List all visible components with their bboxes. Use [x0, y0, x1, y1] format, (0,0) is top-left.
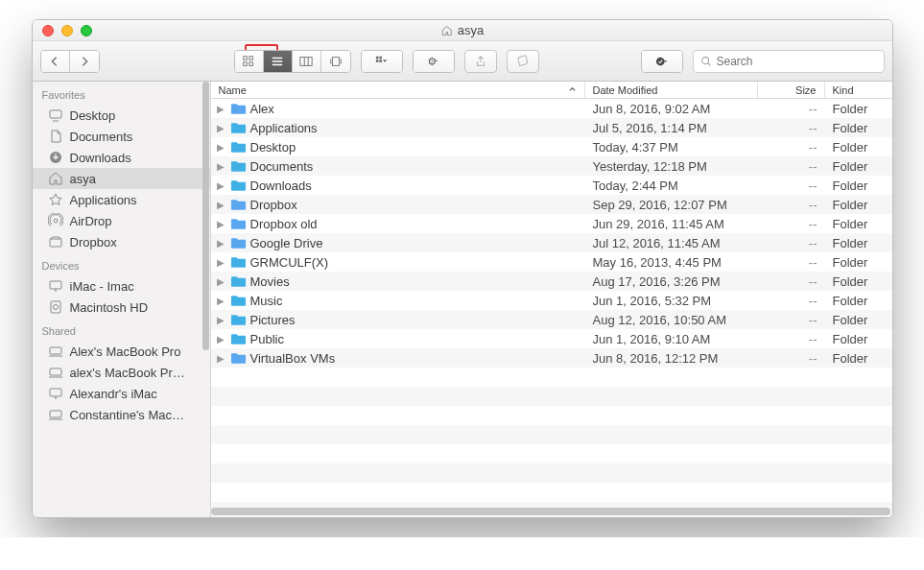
file-kind: Folder: [825, 332, 892, 346]
sidebar-item-label: Downloads: [70, 151, 131, 165]
table-row[interactable]: ▶DesktopToday, 4:37 PM--Folder: [211, 137, 892, 156]
sidebar-item[interactable]: Constantine's Mac…: [33, 404, 210, 425]
disclosure-triangle[interactable]: ▶: [217, 315, 226, 325]
columns-icon: [299, 55, 313, 68]
close-button[interactable]: [42, 25, 54, 36]
window-title-text: asya: [458, 23, 484, 37]
imac-icon: [48, 386, 63, 401]
disk-icon: [48, 299, 63, 315]
sidebar[interactable]: FavoritesDesktopDocumentsDownloadsasyaAp…: [33, 82, 211, 517]
disclosure-triangle[interactable]: ▶: [217, 142, 226, 153]
tag-icon: [516, 55, 530, 68]
sidebar-item[interactable]: Alexandr's iMac: [33, 383, 210, 404]
dropbox-menu-button[interactable]: [642, 51, 682, 72]
forward-button[interactable]: [70, 51, 99, 72]
table-row[interactable]: ▶Dropbox oldJun 29, 2016, 11:45 AM--Fold…: [211, 214, 892, 233]
file-date: Aug 12, 2016, 10:50 AM: [585, 313, 758, 327]
desktop-icon: [48, 107, 63, 123]
sidebar-item[interactable]: Desktop: [33, 105, 210, 126]
share-button[interactable]: [464, 50, 497, 73]
disclosure-triangle[interactable]: ▶: [217, 257, 226, 268]
back-button[interactable]: [41, 51, 70, 72]
column-size[interactable]: Size: [758, 82, 825, 98]
sidebar-item[interactable]: Alex's MacBook Pro: [33, 341, 210, 362]
table-row[interactable]: ▶DocumentsYesterday, 12:18 PM--Folder: [211, 156, 892, 176]
disclosure-triangle[interactable]: ▶: [217, 104, 226, 114]
file-name: Alex: [250, 102, 274, 116]
table-row[interactable]: ▶DropboxSep 29, 2016, 12:07 PM--Folder: [211, 195, 892, 214]
disclosure-triangle[interactable]: ▶: [217, 276, 226, 287]
table-row[interactable]: ▶AlexJun 8, 2016, 9:02 AM--Folder: [211, 99, 892, 118]
sidebar-item[interactable]: AirDrop: [33, 210, 210, 231]
file-name: Google Drive: [250, 236, 323, 250]
file-name: Public: [250, 332, 284, 346]
sidebar-item[interactable]: alex's MacBook Pr…: [33, 362, 210, 383]
sidebar-item[interactable]: Applications: [33, 189, 210, 210]
sidebar-item[interactable]: Downloads: [33, 147, 210, 168]
search-field[interactable]: [693, 50, 885, 73]
sidebar-scrollbar[interactable]: [202, 82, 209, 350]
column-date[interactable]: Date Modified: [585, 82, 758, 98]
file-size: --: [758, 332, 825, 346]
sidebar-item-label: Alex's MacBook Pro: [70, 344, 181, 359]
sort-asc-icon: [568, 85, 577, 94]
folder-icon: [230, 178, 247, 192]
column-kind-label: Kind: [833, 84, 854, 96]
horizontal-scrollbar[interactable]: [211, 508, 890, 515]
view-coverflow-button[interactable]: [321, 51, 350, 72]
svg-rect-19: [51, 301, 60, 313]
file-kind: Folder: [825, 178, 892, 193]
table-row[interactable]: ▶VirtualBox VMsJun 8, 2016, 12:12 PM--Fo…: [211, 348, 892, 368]
table-row[interactable]: ▶PublicJun 1, 2016, 9:10 AM--Folder: [211, 329, 892, 348]
sidebar-item[interactable]: iMac - Imac: [33, 275, 210, 297]
search-input[interactable]: [717, 55, 878, 68]
table-row[interactable]: ▶PicturesAug 12, 2016, 10:50 AM--Folder: [211, 310, 892, 329]
sidebar-item-label: iMac - Imac: [70, 279, 134, 294]
file-date: Today, 2:44 PM: [585, 178, 758, 193]
disclosure-triangle[interactable]: ▶: [217, 296, 226, 306]
file-name: Desktop: [250, 140, 296, 154]
zoom-button[interactable]: [81, 25, 92, 36]
table-row[interactable]: ▶MoviesAug 17, 2016, 3:26 PM--Folder: [211, 272, 892, 291]
disclosure-triangle[interactable]: ▶: [217, 353, 226, 364]
file-kind: Folder: [825, 255, 892, 270]
table-row[interactable]: ▶Google DriveJul 12, 2016, 11:45 AM--Fol…: [211, 233, 892, 252]
disclosure-triangle[interactable]: ▶: [217, 123, 226, 133]
dropbox-icon: [48, 234, 63, 249]
file-name: Movies: [250, 274, 290, 289]
table-row[interactable]: ▶DownloadsToday, 2:44 PM--Folder: [211, 176, 892, 195]
dropbox-badge-icon: [653, 55, 671, 68]
file-name: Dropbox: [250, 198, 297, 212]
sidebar-item-label: AirDrop: [70, 214, 112, 228]
disclosure-triangle[interactable]: ▶: [217, 200, 226, 210]
view-column-button[interactable]: [293, 51, 321, 72]
sidebar-item[interactable]: Dropbox: [33, 231, 210, 252]
file-name: Pictures: [250, 313, 296, 327]
table-row[interactable]: ▶MusicJun 1, 2016, 5:32 PM--Folder: [211, 291, 892, 310]
disclosure-triangle[interactable]: ▶: [217, 238, 226, 249]
sidebar-item[interactable]: asya: [33, 168, 210, 189]
column-kind[interactable]: Kind: [825, 82, 892, 98]
arrange-button[interactable]: [362, 51, 402, 72]
action-button[interactable]: [414, 51, 454, 72]
file-size: --: [758, 159, 825, 174]
disclosure-triangle[interactable]: ▶: [217, 219, 226, 229]
sidebar-item[interactable]: Macintosh HD: [33, 297, 210, 318]
svg-rect-21: [50, 347, 61, 354]
empty-row: [211, 483, 892, 502]
view-icon-button[interactable]: [235, 51, 264, 72]
column-name[interactable]: Name: [211, 82, 585, 98]
tags-button[interactable]: [507, 50, 539, 73]
arrange-button-group: [361, 50, 403, 73]
disclosure-triangle[interactable]: ▶: [217, 180, 226, 191]
file-date: Jun 29, 2016, 11:45 AM: [585, 217, 758, 231]
table-row[interactable]: ▶GRMCULF(X)May 16, 2013, 4:45 PM--Folder: [211, 252, 892, 272]
disclosure-triangle[interactable]: ▶: [217, 161, 226, 172]
disclosure-triangle[interactable]: ▶: [217, 334, 226, 344]
view-list-button[interactable]: [264, 51, 293, 72]
svg-rect-5: [332, 57, 339, 65]
file-name: Downloads: [250, 178, 312, 193]
table-row[interactable]: ▶ApplicationsJul 5, 2016, 1:14 PM--Folde…: [211, 118, 892, 137]
minimize-button[interactable]: [61, 25, 73, 36]
sidebar-item[interactable]: Documents: [33, 126, 210, 147]
